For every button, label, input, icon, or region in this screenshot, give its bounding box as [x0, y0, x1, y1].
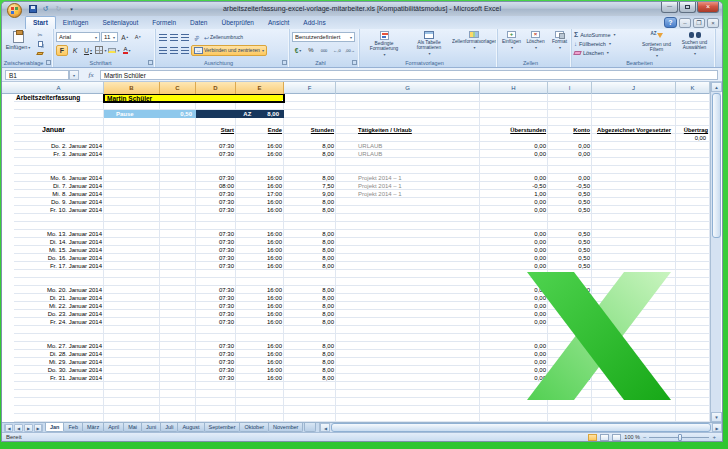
merge-center-button[interactable]: Verbinden und zentrieren: [191, 45, 267, 56]
cell-account-row12[interactable]: -0,50: [548, 182, 592, 190]
cell-hours-row7[interactable]: 8,00: [284, 142, 336, 150]
vertical-scroll-thumb[interactable]: [712, 93, 721, 238]
first-sheet-icon[interactable]: ◀: [4, 424, 13, 432]
page-layout-view-button[interactable]: [600, 434, 609, 441]
cell-start-row25[interactable]: 07:30: [196, 286, 236, 294]
shrink-font-icon[interactable]: [132, 32, 144, 43]
cell-end-row19[interactable]: 16:00: [236, 238, 284, 246]
table-header-5[interactable]: Überstunden: [480, 126, 548, 134]
cell-hours-row36[interactable]: 8,00: [284, 374, 336, 382]
sheet-tab-april[interactable]: April: [103, 423, 124, 432]
accounting-format-icon[interactable]: [292, 45, 304, 56]
fill-handle[interactable]: [282, 100, 284, 102]
cell-overtime-row22[interactable]: 0,00: [480, 262, 548, 270]
cell-start-row13[interactable]: 07:30: [196, 190, 236, 198]
sheet-tab-juni[interactable]: Juni: [141, 423, 161, 432]
cell-end-row8[interactable]: 16:00: [236, 150, 284, 158]
cell-activity-row13[interactable]: Projekt 2014 – 1: [336, 190, 480, 198]
cut-icon[interactable]: [34, 31, 46, 39]
insert-function-icon[interactable]: [84, 70, 98, 80]
conditional-formatting-button[interactable]: Bedingte Formatierung: [362, 30, 406, 59]
cell-hours-row25[interactable]: 8,00: [284, 286, 336, 294]
sheet-tab-september[interactable]: September: [204, 423, 241, 432]
sort-filter-button[interactable]: Sortieren und Filtern: [638, 30, 675, 59]
cell-date-row7[interactable]: Do. 2. Januar 2014: [14, 142, 104, 150]
cell-hours-row13[interactable]: 9,00: [284, 190, 336, 198]
cell-end-row7[interactable]: 16:00: [236, 142, 284, 150]
month-label-cell[interactable]: Januar: [42, 125, 102, 134]
cell-start-row22[interactable]: 07:30: [196, 262, 236, 270]
cell-start-row15[interactable]: 07:30: [196, 206, 236, 214]
sheet-tab-november[interactable]: November: [268, 423, 303, 432]
align-middle-button[interactable]: [169, 32, 179, 43]
cell-hours-row15[interactable]: 8,00: [284, 206, 336, 214]
alignment-dialog-launcher-icon[interactable]: [282, 60, 287, 65]
italic-button[interactable]: K: [69, 45, 81, 56]
cell-date-row21[interactable]: Do. 16. Januar 2014: [14, 254, 104, 262]
sheet-tab-mai[interactable]: Mai: [123, 423, 142, 432]
title-bar[interactable]: arbeitszeiterfassung-excel-vorlage-mitar…: [2, 2, 722, 16]
table-header-2[interactable]: Ende: [236, 126, 284, 134]
cell-end-row34[interactable]: 16:00: [236, 358, 284, 366]
ribbon-tab-einf-gen[interactable]: Einfügen: [56, 16, 96, 29]
delete-cells-button[interactable]: Löschen: [524, 30, 547, 59]
cell-date-row12[interactable]: Di. 7. Januar 2014: [14, 182, 104, 190]
ribbon-tab-formeln[interactable]: Formeln: [145, 16, 183, 29]
cell-start-row11[interactable]: 07:30: [196, 174, 236, 182]
cell-end-row25[interactable]: 16:00: [236, 286, 284, 294]
vertical-scrollbar[interactable]: ▲ ▼: [710, 82, 721, 422]
cell-overtime-row13[interactable]: 1,00: [480, 190, 548, 198]
cell-date-row18[interactable]: Mo. 13. Januar 2014: [14, 230, 104, 238]
cell-date-row11[interactable]: Mo. 6. Januar 2014: [14, 174, 104, 182]
column-header-F[interactable]: F: [284, 82, 336, 94]
decrease-decimal-button[interactable]: ,00→: [344, 45, 356, 56]
cell-start-row26[interactable]: 07:30: [196, 294, 236, 302]
table-header-8[interactable]: Übertrag: [676, 126, 710, 134]
cell-date-row34[interactable]: Mi. 29. Januar 2014: [14, 358, 104, 366]
column-header-B[interactable]: B: [104, 82, 160, 94]
cell-account-row15[interactable]: 0,50: [548, 206, 592, 214]
column-header-G[interactable]: G: [336, 82, 480, 94]
sheet-tab-august[interactable]: August: [177, 423, 204, 432]
cell-date-row29[interactable]: Fr. 24. Januar 2014: [14, 318, 104, 326]
format-as-table-button[interactable]: Als Tabelle formatieren: [407, 30, 451, 59]
cell-account-row7[interactable]: 0,00: [548, 142, 592, 150]
workbook-close-button[interactable]: ×: [707, 18, 719, 28]
copy-button[interactable]: [34, 40, 46, 48]
cell-date-row25[interactable]: Mo. 20. Januar 2014: [14, 286, 104, 294]
fill-button[interactable]: Füllbereich: [574, 39, 611, 48]
cell-hours-row32[interactable]: 8,00: [284, 342, 336, 350]
cell-hours-row27[interactable]: 8,00: [284, 302, 336, 310]
cell-date-row19[interactable]: Di. 14. Januar 2014: [14, 238, 104, 246]
cell-activity-row12[interactable]: Projekt 2014 – 1: [336, 182, 480, 190]
zoom-in-icon[interactable]: [712, 433, 716, 441]
cell-account-row22[interactable]: 0,50: [548, 262, 592, 270]
cell-date-row8[interactable]: Fr. 3. Januar 2014: [14, 150, 104, 158]
column-header-D[interactable]: D: [196, 82, 236, 94]
cell-start-row36[interactable]: 07:30: [196, 374, 236, 382]
cell-start-row29[interactable]: 07:30: [196, 318, 236, 326]
cell-overtime-row15[interactable]: 0,00: [480, 206, 548, 214]
cell-end-row35[interactable]: 16:00: [236, 366, 284, 374]
cell-a1-title[interactable]: Arbeitszeiterfassung: [15, 94, 104, 102]
cell-end-row26[interactable]: 16:00: [236, 294, 284, 302]
ribbon-tab-seitenlayout[interactable]: Seitenlayout: [95, 16, 145, 29]
cell-overtime-row19[interactable]: 0,00: [480, 238, 548, 246]
align-right-button[interactable]: [180, 45, 190, 56]
zoom-slider[interactable]: [649, 434, 709, 441]
save-button[interactable]: [27, 4, 38, 14]
cell-overtime-row8[interactable]: 0,00: [480, 150, 548, 158]
sheet-tab-m-rz[interactable]: März: [82, 423, 104, 432]
format-cells-button[interactable]: Format: [548, 30, 571, 59]
sheet-tab-juli[interactable]: Juli: [160, 423, 178, 432]
insert-worksheet-tab[interactable]: [304, 423, 316, 432]
cell-hours-row22[interactable]: 8,00: [284, 262, 336, 270]
cell-overtime-row14[interactable]: 0,00: [480, 198, 548, 206]
sheet-tab-oktober[interactable]: Oktober: [239, 423, 269, 432]
column-header-H[interactable]: H: [480, 82, 548, 94]
cell-b1-employee-name[interactable]: Martin Schüler: [104, 94, 284, 102]
column-header-K[interactable]: K: [676, 82, 710, 94]
column-header-J[interactable]: J: [592, 82, 676, 94]
fill-color-button[interactable]: [108, 45, 120, 56]
cell-end-row14[interactable]: 16:00: [236, 198, 284, 206]
